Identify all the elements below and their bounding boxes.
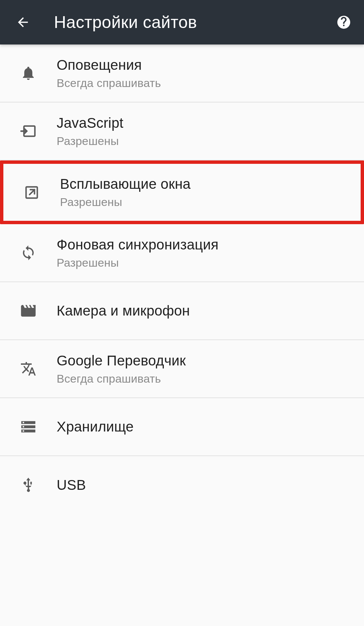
item-title: Фоновая синхронизация <box>57 237 219 253</box>
item-title: USB <box>57 477 86 493</box>
item-title: Google Переводчик <box>57 353 186 369</box>
item-title: Всплывающие окна <box>60 176 191 192</box>
sync-icon <box>19 243 38 262</box>
item-texts: ОповещенияВсегда спрашивать <box>57 57 161 90</box>
settings-list: ОповещенияВсегда спрашиватьJavaScriptРаз… <box>0 44 364 514</box>
bell-icon <box>19 64 38 83</box>
settings-item-camera[interactable]: Камера и микрофон <box>0 282 364 340</box>
item-texts: Google ПереводчикВсегда спрашивать <box>57 353 186 385</box>
item-title: Оповещения <box>57 57 161 73</box>
settings-item-sync[interactable]: Фоновая синхронизацияРазрешены <box>0 224 364 282</box>
item-subtitle: Разрешены <box>60 196 191 209</box>
item-subtitle: Всегда спрашивать <box>57 77 161 90</box>
item-texts: Всплывающие окнаРазрешены <box>60 176 191 209</box>
usb-icon <box>19 476 38 495</box>
camera-icon <box>19 301 38 320</box>
settings-item-bell[interactable]: ОповещенияВсегда спрашивать <box>0 44 364 102</box>
settings-item-usb[interactable]: USB <box>0 456 364 514</box>
translate-icon <box>19 359 38 378</box>
help-icon <box>336 14 352 30</box>
page-title: Настройки сайтов <box>54 12 197 32</box>
item-texts: Фоновая синхронизацияРазрешены <box>57 237 219 269</box>
settings-item-storage[interactable]: Хранилище <box>0 398 364 456</box>
item-subtitle: Разрешены <box>57 256 219 269</box>
settings-item-javascript[interactable]: JavaScriptРазрешены <box>0 102 364 160</box>
settings-item-translate[interactable]: Google ПереводчикВсегда спрашивать <box>0 340 364 398</box>
back-arrow-icon <box>16 15 30 30</box>
popup-icon <box>22 183 41 202</box>
item-texts: Камера и микрофон <box>57 303 190 319</box>
item-subtitle: Разрешены <box>57 135 123 148</box>
storage-icon <box>19 417 38 436</box>
item-texts: USB <box>57 477 86 493</box>
item-texts: Хранилище <box>57 419 134 435</box>
javascript-icon <box>19 122 38 141</box>
item-subtitle: Всегда спрашивать <box>57 372 186 385</box>
item-title: JavaScript <box>57 115 123 131</box>
item-title: Камера и микрофон <box>57 303 190 319</box>
settings-item-popup[interactable]: Всплывающие окнаРазрешены <box>0 160 364 224</box>
item-texts: JavaScriptРазрешены <box>57 115 123 148</box>
item-title: Хранилище <box>57 419 134 435</box>
help-button[interactable] <box>336 14 352 30</box>
back-button[interactable] <box>15 14 31 30</box>
app-header: Настройки сайтов <box>0 0 364 44</box>
